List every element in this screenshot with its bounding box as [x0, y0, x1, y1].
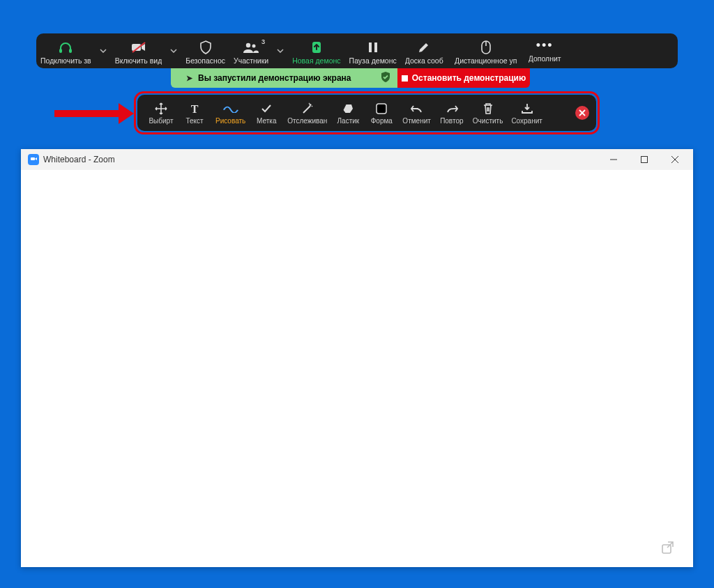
whiteboard-button[interactable]: Доска сооб [401, 33, 448, 68]
svg-rect-1 [69, 49, 72, 53]
new-share-button[interactable]: Новая демонс [288, 33, 344, 68]
participants-button[interactable]: 3 Участники [229, 33, 273, 68]
eraser-icon [342, 102, 354, 116]
join-audio-label: Подключить зв [40, 56, 91, 65]
share-status-bar: ➤ Вы запустили демонстрацию экрана Остан… [171, 68, 530, 88]
shield-icon [199, 40, 212, 55]
svg-rect-12 [377, 104, 386, 114]
share-info: ➤ Вы запустили демонстрацию экрана [171, 68, 397, 88]
svg-rect-0 [59, 49, 62, 53]
trash-icon [483, 102, 494, 116]
pause-share-button[interactable]: Пауза демонс [345, 33, 401, 68]
shield-check-icon [381, 72, 390, 85]
video-off-icon [131, 40, 146, 55]
window-minimize[interactable] [598, 149, 629, 170]
wand-icon [301, 102, 314, 116]
whiteboard-label: Доска сооб [405, 56, 443, 65]
callout-arrow [54, 107, 135, 121]
annotate-stamp-label: Метка [257, 117, 276, 125]
participants-count-badge: 3 [261, 38, 265, 45]
annotate-format-label: Форма [371, 117, 393, 125]
zoom-main-toolbar: Подключить зв Включить вид Безопаснос 3 … [36, 33, 678, 68]
security-button[interactable]: Безопаснос [181, 33, 229, 68]
whiteboard-canvas[interactable] [21, 170, 693, 567]
remote-control-label: Дистанционное уп [455, 56, 517, 65]
participants-label: Участники [234, 56, 268, 65]
annotate-save[interactable]: Сохранит [507, 102, 546, 125]
mouse-icon [481, 40, 491, 55]
video-options-chevron[interactable] [166, 33, 181, 68]
annotate-undo-label: Отменит [402, 117, 430, 125]
svg-rect-7 [369, 42, 372, 52]
stop-share-button[interactable]: Остановить демонстрацию [397, 68, 530, 88]
annotate-spotlight[interactable]: Отслеживан [283, 102, 331, 125]
annotate-clear[interactable]: Очистить [469, 102, 508, 125]
undo-icon [411, 102, 423, 116]
more-label: Дополнит [529, 54, 561, 63]
pause-share-label: Пауза демонс [349, 56, 397, 65]
cursor-icon: ➤ [186, 74, 192, 83]
annotate-spotlight-label: Отслеживан [287, 117, 327, 125]
join-audio-button[interactable]: Подключить зв [36, 33, 96, 68]
stop-icon [402, 75, 408, 82]
participants-icon: 3 [243, 40, 259, 55]
annotate-clear-label: Очистить [473, 117, 503, 125]
annotate-redo-label: Повтор [440, 117, 463, 125]
annotation-toolbar: Выбирт T Текст Рисовать Метка Отслеживан [137, 95, 596, 131]
redo-icon [446, 102, 458, 116]
annotate-draw-label: Рисовать [215, 117, 245, 125]
pencil-icon [418, 40, 430, 55]
window-controls [598, 149, 690, 170]
annotate-undo[interactable]: Отменит [398, 102, 434, 125]
download-icon [521, 102, 533, 116]
text-icon: T [189, 102, 200, 116]
start-video-button[interactable]: Включить вид [111, 33, 167, 68]
annotate-draw[interactable]: Рисовать [211, 102, 250, 125]
security-label: Безопаснос [185, 56, 225, 65]
popout-icon[interactable] [661, 541, 675, 557]
svg-rect-8 [374, 42, 377, 52]
zoom-app-icon [28, 154, 39, 165]
annotate-select-label: Выбирт [149, 117, 173, 125]
whiteboard-window: Whiteboard - Zoom [21, 149, 693, 567]
svg-point-5 [252, 45, 256, 48]
annotate-stamp[interactable]: Метка [250, 102, 283, 125]
annotation-toolbar-highlight: Выбирт T Текст Рисовать Метка Отслеживан [134, 91, 600, 134]
annotate-select[interactable]: Выбирт [144, 102, 178, 125]
share-up-icon [308, 40, 325, 55]
whiteboard-titlebar[interactable]: Whiteboard - Zoom [21, 149, 693, 170]
close-icon [579, 109, 586, 116]
annotate-eraser-label: Ластик [337, 117, 360, 125]
pause-icon [368, 40, 378, 55]
audio-options-chevron[interactable] [96, 33, 111, 68]
square-icon [376, 102, 387, 116]
annotate-redo[interactable]: Повтор [435, 102, 469, 125]
move-icon [155, 102, 167, 116]
share-status-text: Вы запустили демонстрацию экрана [198, 73, 351, 83]
participants-options-chevron[interactable] [273, 33, 288, 68]
whiteboard-title: Whiteboard - Zoom [43, 155, 115, 164]
headphones-icon [58, 40, 73, 55]
remote-control-button[interactable]: Дистанционное уп [448, 33, 524, 68]
stop-share-label: Остановить демонстрацию [412, 73, 526, 83]
annotate-close-button[interactable] [575, 106, 589, 120]
annotate-text[interactable]: T Текст [178, 102, 211, 125]
window-maximize[interactable] [629, 149, 660, 170]
check-icon [261, 102, 272, 116]
annotate-format[interactable]: Форма [365, 102, 398, 125]
svg-text:T: T [191, 103, 199, 114]
svg-rect-14 [641, 157, 648, 163]
window-close[interactable] [660, 149, 690, 170]
more-button[interactable]: ••• Дополнит [524, 33, 565, 68]
annotate-eraser[interactable]: Ластик [331, 102, 365, 125]
annotate-text-label: Текст [185, 117, 203, 125]
draw-wave-icon [223, 102, 238, 116]
start-video-label: Включить вид [115, 56, 162, 65]
ellipsis-icon: ••• [536, 38, 554, 53]
svg-point-4 [246, 43, 250, 47]
new-share-label: Новая демонс [292, 56, 340, 65]
annotate-save-label: Сохранит [511, 117, 542, 125]
